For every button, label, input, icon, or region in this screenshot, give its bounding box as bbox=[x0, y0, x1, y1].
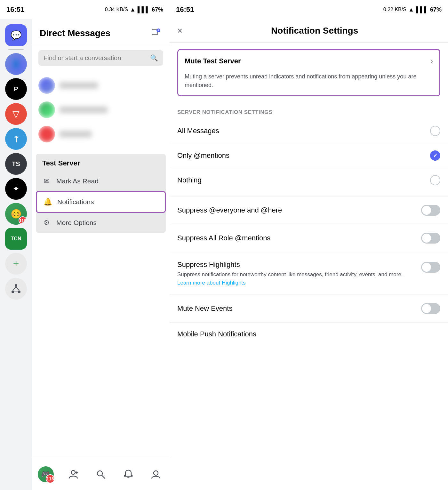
toggle-suppress-highlights[interactable]: Suppress Highlights Suppress notificatio… bbox=[170, 252, 448, 295]
mute-server-label: Mute Test Server bbox=[185, 57, 241, 65]
sidebar-divider bbox=[8, 49, 24, 50]
svg-text:+: + bbox=[157, 28, 159, 32]
dm-spacer bbox=[32, 238, 170, 458]
bottom-nav-profile[interactable] bbox=[146, 465, 165, 484]
suppress-role-toggle[interactable] bbox=[421, 233, 440, 244]
right-network: 0.22 KB/S bbox=[383, 7, 406, 12]
right-time: 16:51 bbox=[176, 5, 194, 14]
nothing-label: Nothing bbox=[177, 176, 202, 184]
suppress-highlights-sublabel: Suppress notifications for noteworthy co… bbox=[177, 271, 416, 278]
sidebar-icon-arrow[interactable]: ↗ bbox=[5, 128, 27, 150]
dm-avatar-2 bbox=[38, 101, 55, 118]
nav-profile-icon bbox=[150, 469, 161, 480]
only-mentions-label: Only @mentions bbox=[177, 151, 229, 160]
add-label: + bbox=[13, 258, 19, 270]
toggle-suppress-everyone[interactable]: Suppress @everyone and @here bbox=[170, 196, 448, 224]
sidebar-icon-tcn[interactable]: TCN bbox=[5, 228, 27, 250]
suppress-role-label: Suppress All Role @mentions bbox=[177, 234, 421, 242]
sidebar: 💬 👤 P ▽ ↗ TS bbox=[0, 19, 32, 490]
search-icon: 🔍 bbox=[150, 54, 158, 62]
search-input[interactable] bbox=[44, 54, 147, 62]
friends-icon bbox=[68, 469, 79, 480]
notifications-label: Notifications bbox=[57, 198, 94, 206]
sidebar-icon-user1[interactable]: 👤 bbox=[5, 53, 27, 75]
notification-settings-title: Notification Settings bbox=[189, 26, 440, 36]
dm-list bbox=[32, 71, 170, 149]
mute-new-events-label: Mute New Events bbox=[177, 304, 421, 313]
dm-area: Direct Messages + 🔍 bbox=[32, 19, 170, 490]
dm-header: Direct Messages + bbox=[32, 19, 170, 45]
suppress-everyone-toggle[interactable] bbox=[421, 205, 440, 216]
mute-server-row[interactable]: Mute Test Server › bbox=[178, 50, 439, 72]
radio-all-messages[interactable]: All Messages bbox=[170, 119, 448, 143]
svg-point-13 bbox=[154, 471, 158, 475]
right-battery: 67% bbox=[430, 6, 442, 13]
only-mentions-radio[interactable] bbox=[430, 150, 440, 161]
more-options-label: More Options bbox=[56, 219, 97, 227]
triangle-label: ▽ bbox=[12, 109, 20, 119]
context-menu-mark-read[interactable]: ✉ Mark As Read bbox=[36, 171, 166, 191]
dm-item-3[interactable] bbox=[32, 122, 170, 146]
context-menu-notifications[interactable]: 🔔 Notifications bbox=[36, 191, 166, 213]
openai-label: ✦ bbox=[13, 184, 19, 193]
sidebar-icon-openai[interactable]: ✦ bbox=[5, 178, 27, 200]
mute-server-box: Mute Test Server › Muting a server preve… bbox=[177, 49, 440, 96]
left-content: 💬 👤 P ▽ ↗ TS bbox=[0, 19, 170, 490]
radio-nothing[interactable]: Nothing bbox=[170, 168, 448, 192]
mute-server-chevron-icon: › bbox=[431, 57, 433, 65]
all-messages-label: All Messages bbox=[177, 127, 219, 135]
bell-icon: 🔔 bbox=[43, 198, 52, 206]
context-menu-more-options[interactable]: ⚙ More Options bbox=[36, 213, 166, 233]
suppress-highlights-toggle[interactable] bbox=[421, 262, 440, 273]
toggle-suppress-role[interactable]: Suppress All Role @mentions bbox=[170, 224, 448, 252]
arrow-label: ↗ bbox=[10, 133, 22, 145]
dm-search-bar[interactable]: 🔍 bbox=[38, 50, 163, 66]
gear-icon: ⚙ bbox=[42, 219, 51, 227]
all-messages-radio[interactable] bbox=[430, 126, 440, 136]
suppress-everyone-label: Suppress @everyone and @here bbox=[177, 206, 421, 214]
mail-icon: ✉ bbox=[42, 177, 51, 185]
bottom-nav-avatar[interactable]: 🎮 118 bbox=[36, 465, 55, 484]
server-notification-section-label: SERVER NOTIFICATION SETTINGS bbox=[170, 103, 448, 119]
learn-more-highlights-link[interactable]: Learn more about Highlights bbox=[177, 280, 416, 286]
left-time: 16:51 bbox=[6, 5, 24, 14]
right-signal-icon: ▌▌▌ bbox=[416, 6, 428, 13]
sidebar-icon-avatar-badge[interactable]: 😊 118 bbox=[5, 203, 27, 225]
mute-new-events-toggle[interactable] bbox=[421, 303, 440, 314]
sidebar-icon-ts[interactable]: TS bbox=[5, 153, 27, 175]
mobile-push-notifications-section: Mobile Push Notifications bbox=[170, 323, 448, 341]
bottom-nav-bell[interactable] bbox=[119, 465, 138, 484]
mark-read-label: Mark As Read bbox=[56, 177, 99, 185]
new-dm-icon: + bbox=[151, 28, 160, 38]
close-button[interactable]: × bbox=[177, 26, 182, 36]
nothing-radio[interactable] bbox=[430, 175, 440, 185]
toggle-mute-new-events[interactable]: Mute New Events bbox=[170, 295, 448, 323]
suppress-highlights-label: Suppress Highlights bbox=[177, 261, 240, 269]
sidebar-icon-triangle[interactable]: ▽ bbox=[5, 103, 27, 125]
sidebar-icon-add[interactable]: + bbox=[5, 253, 27, 275]
tcn-label: TCN bbox=[11, 236, 21, 242]
sidebar-icon-opus[interactable]: P bbox=[5, 78, 27, 100]
bottom-nav-friends[interactable] bbox=[64, 465, 83, 484]
context-menu-server-name: Test Server bbox=[36, 154, 166, 171]
right-wifi-icon: ▲ bbox=[408, 6, 414, 13]
dm-name-1 bbox=[60, 82, 98, 89]
left-status-icons: 0.34 KB/S ▲ ▌▌▌ 67% bbox=[105, 6, 163, 13]
radio-only-mentions[interactable]: Only @mentions bbox=[170, 143, 448, 168]
left-status-bar: 16:51 0.34 KB/S ▲ ▌▌▌ 67% bbox=[0, 0, 170, 19]
dm-item-2[interactable] bbox=[32, 98, 170, 122]
bottom-nav-search[interactable] bbox=[91, 465, 110, 484]
new-dm-button[interactable]: + bbox=[149, 27, 162, 40]
sidebar-icon-dm[interactable]: 💬 bbox=[5, 24, 27, 46]
dm-item-1[interactable] bbox=[32, 73, 170, 98]
nav-avatar-badge: 118 bbox=[46, 474, 55, 483]
left-panel: 16:51 0.34 KB/S ▲ ▌▌▌ 67% 💬 👤 bbox=[0, 0, 170, 490]
nav-bell-icon bbox=[123, 469, 134, 480]
mobile-push-label: Mobile Push Notifications bbox=[177, 330, 440, 338]
network-icon bbox=[10, 283, 22, 294]
sidebar-icon-network[interactable] bbox=[5, 278, 27, 300]
wifi-icon: ▲ bbox=[130, 6, 136, 13]
sidebar-badge: 118 bbox=[19, 216, 27, 225]
svg-line-4 bbox=[16, 287, 19, 291]
right-status-icons: 0.22 KB/S ▲ ▌▌▌ 67% bbox=[383, 6, 442, 13]
